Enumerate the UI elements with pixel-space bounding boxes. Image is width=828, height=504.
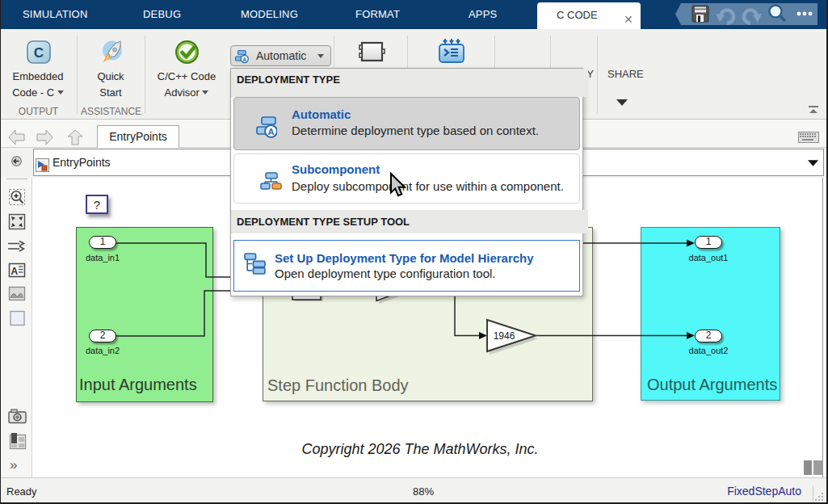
svg-text:A: A — [268, 127, 275, 136]
svg-text:A: A — [242, 57, 246, 62]
svg-text:»: » — [10, 457, 17, 472]
svg-text:C: C — [34, 45, 44, 61]
svg-text:1946: 1946 — [494, 330, 515, 342]
svg-text:A: A — [11, 266, 19, 277]
